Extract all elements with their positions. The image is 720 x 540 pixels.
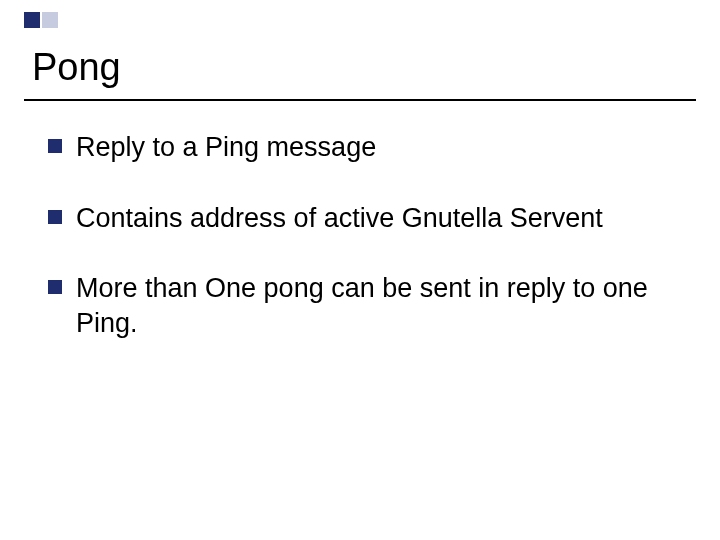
- corner-decoration: [24, 12, 60, 28]
- deco-square-light: [42, 12, 58, 28]
- bullet-text: More than One pong can be sent in reply …: [76, 271, 676, 340]
- square-bullet-icon: [48, 280, 62, 294]
- square-bullet-icon: [48, 139, 62, 153]
- title-underline: [24, 99, 696, 101]
- bullet-list: Reply to a Ping message Contains address…: [48, 130, 676, 376]
- slide-title: Pong: [32, 46, 121, 89]
- square-bullet-icon: [48, 210, 62, 224]
- list-item: Contains address of active Gnutella Serv…: [48, 201, 676, 236]
- slide: Pong Reply to a Ping message Contains ad…: [0, 0, 720, 540]
- bullet-text: Contains address of active Gnutella Serv…: [76, 201, 603, 236]
- bullet-text: Reply to a Ping message: [76, 130, 376, 165]
- list-item: Reply to a Ping message: [48, 130, 676, 165]
- deco-square-dark: [24, 12, 40, 28]
- list-item: More than One pong can be sent in reply …: [48, 271, 676, 340]
